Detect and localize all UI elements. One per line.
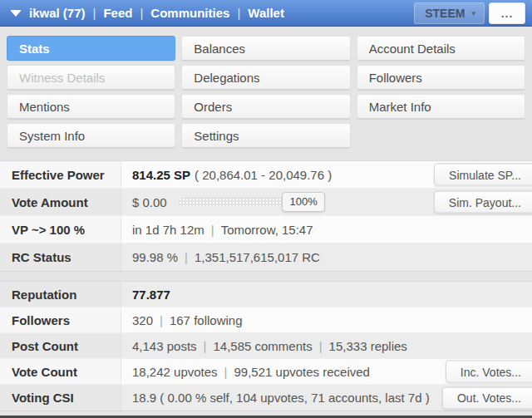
row-label: RC Status [0, 243, 121, 271]
value-separator: | [313, 339, 329, 353]
table-row-reputation: Reputation 77.877 [0, 282, 532, 307]
nav-separator: | [86, 6, 104, 20]
row-label: Reputation [0, 282, 121, 307]
tab-grid: Stats Balances Account Details Witness D… [0, 27, 532, 148]
tab-followers[interactable]: Followers [357, 65, 525, 90]
chain-select-label: STEEM [425, 7, 465, 20]
account-dropdown-icon[interactable] [10, 10, 22, 17]
top-bar-right: STEEM ▾ ... [414, 2, 525, 24]
value-separator: | [153, 313, 170, 327]
table-row-vote-amount: Vote Amount $ 0.00 100% Sim. Payout... [0, 189, 532, 216]
nav-separator: | [229, 6, 248, 20]
tab-stats[interactable]: Stats [7, 36, 175, 61]
voting-csi-value: 18.9 ( 0.00 % self, 104 upvotes, 71 acco… [132, 391, 430, 405]
value-separator: | [218, 365, 234, 379]
table-row-post-count: Post Count 4,143 posts | 14,585 comments… [0, 333, 532, 359]
vp-recharge-countdown: in 1d 7h 12m [132, 223, 204, 237]
row-label: Voting CSI [0, 385, 121, 411]
table-row-voting-csi: Voting CSI 18.9 ( 0.00 % self, 104 upvot… [0, 385, 532, 411]
sim-payout-button[interactable]: Sim. Payout... [434, 191, 532, 214]
replies-count: 15,333 replies [329, 339, 407, 353]
row-label: Effective Power [0, 161, 121, 188]
tab-market-info[interactable]: Market Info [357, 94, 525, 119]
nav-feed[interactable]: Feed [103, 6, 132, 20]
simulate-sp-button[interactable]: Simulate SP... [434, 164, 532, 186]
row-label: VP ~> 100 % [0, 216, 121, 243]
tab-settings[interactable]: Settings [181, 123, 350, 148]
rc-amount: 1,351,517,615,017 RC [195, 250, 320, 264]
row-label: Post Count [0, 333, 121, 358]
upvotes-given: 18,242 upvotes [132, 365, 218, 379]
incoming-votes-button[interactable]: Inc. Votes... [446, 361, 532, 383]
account-name[interactable]: ikwal (77) [29, 6, 86, 20]
table-row-vote-count: Vote Count 18,242 upvotes | 99,521 upvot… [0, 359, 532, 385]
nav-separator: | [132, 6, 150, 20]
followers-count: 320 [132, 313, 153, 327]
row-label: Vote Count [0, 359, 121, 384]
tab-balances[interactable]: Balances [181, 36, 350, 61]
value-separator: | [178, 250, 195, 264]
upvotes-received: 99,521 upvotes received [234, 365, 370, 379]
table-row-rc-status: RC Status 99.98 % | 1,351,517,615,017 RC [0, 243, 532, 271]
tab-mentions[interactable]: Mentions [7, 94, 175, 119]
vote-weight-slider: 100% [179, 191, 325, 213]
outgoing-votes-button[interactable]: Out. Votes... [442, 386, 532, 409]
following-count: 167 following [170, 313, 243, 327]
comments-count: 14,585 comments [213, 339, 312, 353]
nav-communities[interactable]: Communities [150, 6, 229, 20]
account-stats-panel: Reputation 77.877 Followers 320 | 167 fo… [0, 281, 532, 411]
tab-orders[interactable]: Orders [181, 94, 350, 119]
chevron-down-icon: ▾ [471, 9, 475, 17]
slider-track[interactable] [179, 198, 297, 206]
table-row-effective-power: Effective Power 814.25 SP ( 20,864.01 - … [0, 161, 532, 189]
vp-recharge-time: Tomorrow, 15:47 [221, 223, 313, 237]
table-row-vp-recharge: VP ~> 100 % in 1d 7h 12m | Tomorrow, 15:… [0, 216, 532, 243]
top-bar: ikwal (77) | Feed | Communities | Wallet… [0, 0, 532, 27]
row-value: in 1d 7h 12m | Tomorrow, 15:47 [121, 216, 532, 243]
row-label: Followers [0, 307, 121, 332]
effective-power-value: 814.25 SP [132, 168, 190, 182]
row-value: 99.98 % | 1,351,517,615,017 RC [121, 243, 532, 271]
chain-select-button[interactable]: STEEM ▾ [414, 2, 485, 24]
tab-account-details[interactable]: Account Details [357, 36, 525, 61]
row-value: 4,143 posts | 14,585 comments | 15,333 r… [121, 333, 532, 358]
nav-wallet[interactable]: Wallet [248, 6, 284, 20]
tab-system-info[interactable]: System Info [7, 123, 175, 148]
steemworld-account-dashboard: ikwal (77) | Feed | Communities | Wallet… [0, 0, 532, 418]
top-bar-left: ikwal (77) | Feed | Communities | Wallet [10, 6, 284, 20]
effective-power-range: ( 20,864.01 - 20,049.76 ) [195, 168, 332, 182]
posts-count: 4,143 posts [132, 339, 197, 353]
row-value: 77.877 [121, 282, 532, 307]
slider-handle[interactable]: 100% [282, 192, 324, 212]
vote-amount-value: $ 0.00 [132, 195, 167, 209]
power-panel: Effective Power 814.25 SP ( 20,864.01 - … [0, 160, 532, 272]
reputation-value: 77.877 [132, 288, 170, 302]
rc-percent: 99.98 % [132, 250, 178, 264]
more-options-button[interactable]: ... [489, 2, 525, 24]
table-row-followers: Followers 320 | 167 following [0, 307, 532, 333]
value-separator: | [197, 339, 214, 353]
tab-delegations[interactable]: Delegations [181, 65, 350, 90]
value-separator: | [204, 223, 221, 237]
tab-witness-details[interactable]: Witness Details [7, 65, 175, 90]
row-value: 320 | 167 following [121, 307, 532, 332]
row-label: Vote Amount [0, 189, 121, 215]
